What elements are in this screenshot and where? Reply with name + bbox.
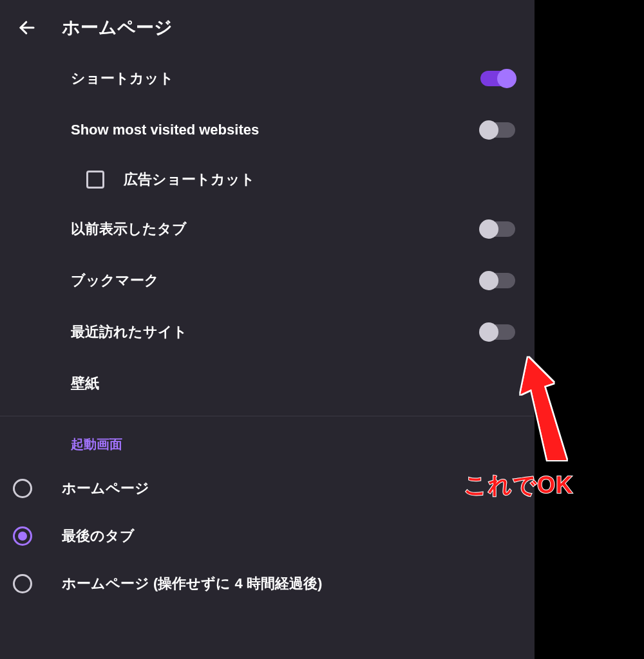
header: ホームページ (0, 0, 535, 53)
radio-label: ホームページ (操作せずに 4 時間経過後) (62, 574, 322, 593)
setting-label: ショートカット (71, 69, 174, 88)
radio-button[interactable] (13, 574, 32, 593)
setting-label: Show most visited websites (71, 122, 259, 138)
toggle-most-visited[interactable] (480, 122, 515, 138)
section-startup: 起動画面 (0, 416, 535, 465)
radio-option-homepage-after-4h[interactable]: ホームページ (操作せずに 4 時間経過後) (0, 560, 535, 608)
toggle-shortcuts[interactable] (480, 71, 515, 86)
radio-label: ホームページ (62, 479, 149, 498)
setting-label: ブックマーク (71, 271, 159, 290)
setting-prev-tabs: 以前表示したタブ (0, 203, 535, 255)
radio-option-homepage[interactable]: ホームページ (0, 465, 535, 512)
radio-button[interactable] (13, 479, 32, 498)
setting-label: 壁紙 (71, 374, 99, 393)
setting-ad-shortcut[interactable]: 広告ショートカット (0, 156, 535, 203)
back-button[interactable] (15, 16, 39, 39)
checkbox-ad-shortcut[interactable] (86, 171, 104, 189)
setting-label: 最近訪れたサイト (71, 322, 187, 342)
setting-label: 以前表示したタブ (71, 219, 187, 239)
toggle-knob (479, 120, 498, 140)
arrow-left-icon (17, 18, 37, 37)
toggle-knob (479, 322, 498, 342)
toggle-knob (479, 271, 498, 290)
toggle-knob (497, 69, 516, 88)
radio-button[interactable] (13, 526, 32, 546)
toggle-recent-sites[interactable] (480, 324, 515, 340)
toggle-prev-tabs[interactable] (480, 221, 515, 237)
toggle-bookmarks[interactable] (480, 273, 515, 288)
setting-wallpaper[interactable]: 壁紙 (0, 358, 535, 409)
radio-option-last-tab[interactable]: 最後のタブ (0, 512, 535, 560)
setting-shortcuts: ショートカット (0, 53, 535, 104)
checkbox-label: 広告ショートカット (124, 170, 255, 189)
setting-most-visited: Show most visited websites (0, 104, 535, 156)
settings-panel: ホームページ ショートカット Show most visited website… (0, 0, 535, 659)
toggle-knob (479, 219, 498, 239)
page-title: ホームページ (62, 15, 173, 40)
setting-recent-sites: 最近訪れたサイト (0, 306, 535, 358)
setting-bookmarks: ブックマーク (0, 255, 535, 306)
radio-label: 最後のタブ (62, 526, 135, 546)
